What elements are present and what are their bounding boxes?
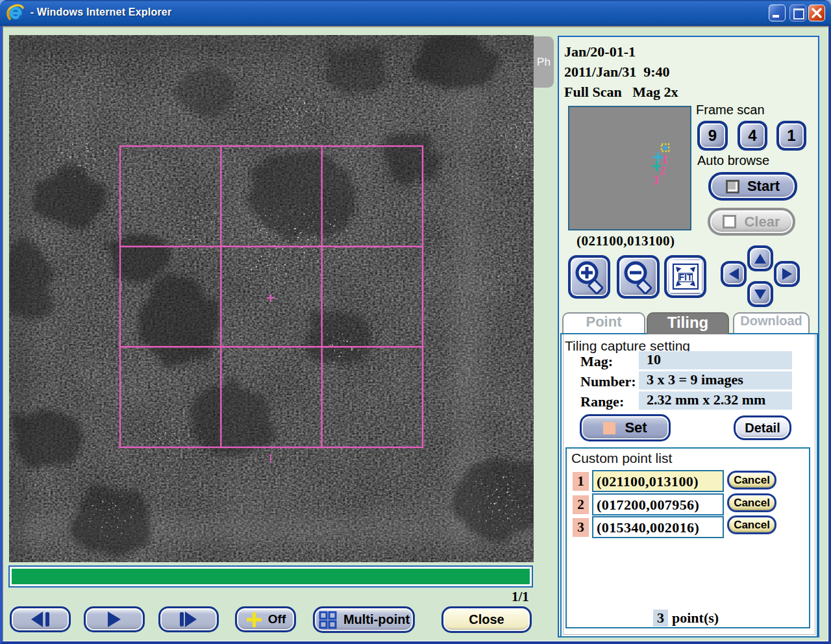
svg-text:1: 1 bbox=[267, 451, 274, 465]
svg-text:3: 3 bbox=[653, 174, 659, 187]
svg-text:2: 2 bbox=[660, 164, 665, 177]
